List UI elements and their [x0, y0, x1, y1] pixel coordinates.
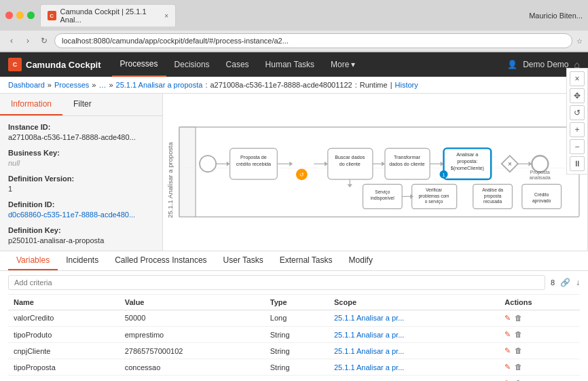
breadcrumb-processes[interactable]: Processes — [54, 81, 89, 89]
nav-processes[interactable]: Processes — [112, 52, 166, 77]
breadcrumb-dashboard[interactable]: Dashboard — [8, 81, 45, 89]
nav-human-tasks[interactable]: Human Tasks — [257, 52, 323, 77]
svg-text:crédito recebida: crédito recebida — [236, 161, 271, 167]
close-window-button[interactable] — [5, 12, 13, 19]
field-def-version: Definition Version: 1 — [8, 175, 154, 194]
value-def-key: p250101-analisar-a-proposta — [8, 236, 104, 244]
tab-close-button[interactable]: × — [164, 12, 168, 20]
svg-text:Serviço: Serviço — [375, 189, 390, 195]
breadcrumb-ellipsis[interactable]: … — [98, 81, 106, 89]
reset-view-button[interactable]: ↺ — [570, 105, 585, 120]
tab-incidents[interactable]: Incidents — [58, 251, 107, 270]
svg-text:Transformar: Transformar — [394, 154, 421, 160]
search-criteria-input[interactable] — [8, 275, 545, 290]
logo-icon: C — [8, 58, 22, 71]
browser-tab[interactable]: C Camunda Cockpit | 25.1.1 Anal... × — [40, 4, 176, 26]
tab-user-tasks[interactable]: User Tasks — [215, 251, 272, 270]
nav-more[interactable]: More ▾ — [323, 52, 363, 77]
value-instance-id: a271008a-c536-11e7-8888-acde480... — [8, 133, 136, 141]
delete-variable-button[interactable]: 🗑 — [515, 363, 522, 371]
tab-variables[interactable]: Variables — [8, 251, 58, 270]
label-business-key: Business Key: — [8, 149, 154, 157]
table-row: cnpjCliente 27865757000102 String 25.1.1… — [8, 343, 580, 359]
sep3: » — [109, 81, 113, 89]
tab-modify[interactable]: Modify — [341, 251, 381, 270]
zoom-in-button[interactable]: + — [570, 122, 585, 137]
var-type: String — [265, 343, 329, 359]
delete-variable-button[interactable]: 🗑 — [515, 314, 522, 322]
var-name: tipoProposta — [8, 359, 120, 376]
zoom-out-button[interactable]: − — [570, 139, 585, 154]
download-icon[interactable]: ↓ — [576, 278, 580, 287]
var-name: nomeCliente — [8, 376, 120, 382]
breadcrumb-history[interactable]: History — [395, 81, 418, 89]
back-button[interactable]: ‹ — [5, 35, 18, 47]
main-nav: Processes Decisions Cases Human Tasks Mo… — [112, 52, 364, 77]
browser-chrome: C Camunda Cockpit | 25.1.1 Anal... × Mau… — [0, 0, 588, 52]
pause-button[interactable]: ⏸ — [570, 156, 585, 171]
var-scope[interactable]: 25.1.1 Analisar a pr... — [329, 376, 499, 382]
edit-variable-button[interactable]: ✎ — [504, 346, 511, 355]
svg-marker-11 — [289, 162, 293, 166]
user-label[interactable]: Demo Demo — [523, 60, 568, 69]
tab-called-process-instances[interactable]: Called Process Instances — [107, 251, 215, 270]
bpmn-diagram: 25.1.1 Analisar a proposta Proposta de — [163, 94, 587, 251]
edit-variable-button[interactable]: ✎ — [504, 379, 511, 382]
bottom-tabs: Variables Incidents Called Process Insta… — [0, 251, 588, 271]
field-instance-id: Instance ID: a271008a-c536-11e7-8888-acd… — [8, 123, 154, 142]
bpmn-area[interactable]: 25.1.1 Analisar a proposta Proposta de — [163, 94, 587, 251]
edit-variable-button[interactable]: ✎ — [504, 330, 511, 339]
table-row: valorCredito 50000 Long 25.1.1 Analisar … — [8, 310, 580, 327]
delete-variable-button[interactable]: 🗑 — [515, 330, 522, 338]
nav-decisions[interactable]: Decisions — [166, 52, 218, 77]
svg-marker-15 — [325, 162, 328, 166]
breadcrumb-process-name[interactable]: 25.1.1 Analisar a proposta — [116, 81, 203, 89]
move-icon[interactable]: ✥ — [570, 94, 585, 103]
edit-variable-button[interactable]: ✎ — [504, 363, 511, 371]
tab-filter[interactable]: Filter — [62, 94, 103, 115]
link-icon[interactable]: 🔗 — [560, 278, 570, 287]
svg-text:dados do cliente: dados do cliente — [389, 161, 424, 167]
svg-text:25.1.1 Analisar a proposta: 25.1.1 Analisar a proposta — [166, 142, 174, 218]
label-instance-id: Instance ID: — [8, 123, 154, 131]
edit-variable-button[interactable]: ✎ — [504, 314, 511, 323]
svg-point-4 — [200, 156, 216, 172]
app-header: C Camunda Cockpit Processes Decisions Ca… — [0, 52, 588, 77]
delete-variable-button[interactable]: 🗑 — [515, 346, 522, 355]
svg-text:$(nomeCliente): $(nomeCliente) — [451, 165, 484, 171]
table-row: tipoProposta concessao String 25.1.1 Ana… — [8, 359, 580, 376]
svg-text:Buscar dados: Buscar dados — [335, 154, 365, 160]
minimize-window-button[interactable] — [16, 12, 24, 19]
col-type: Type — [265, 295, 329, 310]
bottom-section: Variables Incidents Called Process Insta… — [0, 251, 588, 382]
var-scope[interactable]: 25.1.1 Analisar a pr... — [329, 359, 499, 376]
sep1: » — [48, 81, 52, 89]
svg-marker-20 — [382, 162, 385, 166]
sep2: » — [92, 81, 96, 89]
bookmark-icon[interactable]: ☆ — [576, 37, 583, 45]
var-type: String — [265, 376, 329, 382]
field-def-key: Definition Key: p250101-analisar-a-propo… — [8, 226, 154, 245]
field-business-key: Business Key: null — [8, 149, 154, 168]
value-def-id[interactable]: d0c68860-c535-11e7-8888-acde480... — [8, 211, 135, 219]
svg-marker-6 — [227, 162, 230, 166]
title-bar: C Camunda Cockpit | 25.1.1 Anal... × Mau… — [0, 0, 588, 31]
var-scope[interactable]: 25.1.1 Analisar a pr... — [329, 327, 499, 343]
reload-button[interactable]: ↻ — [38, 35, 50, 47]
svg-text:Análise da: Análise da — [482, 187, 503, 192]
var-value: emprestimo — [120, 327, 265, 343]
var-scope[interactable]: 25.1.1 Analisar a pr... — [329, 343, 499, 359]
var-scope[interactable]: 25.1.1 Analisar a pr... — [329, 310, 499, 327]
address-input[interactable] — [54, 33, 572, 48]
tab-information[interactable]: Information — [0, 94, 62, 115]
forward-button[interactable]: › — [22, 35, 34, 47]
label-def-key: Definition Key: — [8, 226, 154, 234]
var-value: concessao — [120, 359, 265, 376]
nav-cases[interactable]: Cases — [218, 52, 257, 77]
var-name: valorCredito — [8, 310, 120, 327]
tab-external-tasks[interactable]: External Tasks — [272, 251, 341, 270]
panel-content: Instance ID: a271008a-c536-11e7-8888-acd… — [0, 116, 162, 251]
breadcrumb-instance-id: a271008a-c536-11e7-8888-acde48001122 — [210, 81, 352, 89]
maximize-window-button[interactable] — [27, 12, 35, 19]
var-actions: ✎ 🗑 — [499, 376, 580, 382]
